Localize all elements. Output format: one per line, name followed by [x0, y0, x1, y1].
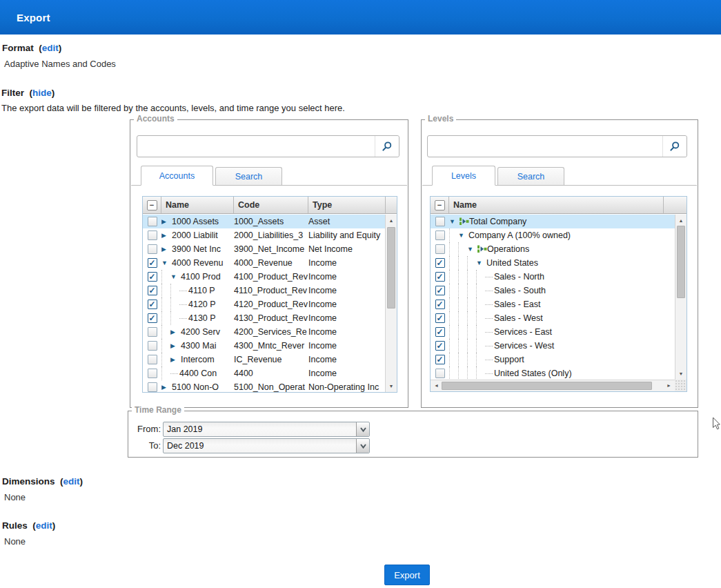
tree-row[interactable]: ▶5100 Non-O5100_Non_OperatNon-Operating …	[143, 380, 386, 393]
row-checkbox[interactable]: ✓	[435, 327, 445, 337]
row-checkbox[interactable]	[148, 355, 157, 364]
accounts-vertical-scrollbar[interactable]: ▲ ▼	[385, 215, 397, 392]
expand-icon[interactable]: ▶	[161, 384, 172, 391]
row-checkbox[interactable]	[148, 217, 157, 226]
expand-icon[interactable]: ▶	[170, 342, 181, 349]
row-checkbox[interactable]	[148, 244, 157, 254]
tree-row[interactable]: ▼Total Company	[431, 215, 675, 228]
expand-icon[interactable]: ▶	[170, 356, 181, 363]
tree-row[interactable]: ✓Services - West	[431, 339, 675, 353]
tree-row[interactable]: ▶4300 Mai4300_Mntc_ReverIncome	[143, 339, 386, 353]
scrollbar-thumb[interactable]	[442, 382, 652, 390]
row-checkbox[interactable]	[148, 231, 157, 240]
row-checkbox[interactable]: ✓	[435, 313, 445, 323]
row-checkbox[interactable]	[148, 369, 157, 378]
tree-row[interactable]: ✓4120 P4120_Product_RevIncome	[143, 297, 386, 311]
levels-horizontal-scrollbar[interactable]: ◄ ►	[431, 380, 675, 391]
to-select[interactable]: Dec 2019	[163, 438, 370, 453]
row-checkbox[interactable]	[148, 341, 157, 351]
row-checkbox[interactable]: ✓	[148, 286, 157, 295]
collapse-icon[interactable]: ▼	[161, 259, 172, 266]
row-checkbox[interactable]: ✓	[435, 286, 445, 295]
row-checkbox[interactable]	[148, 327, 157, 337]
levels-search-button[interactable]	[662, 136, 687, 157]
tree-row[interactable]: ✓Services - East	[431, 325, 675, 339]
levels-vertical-scrollbar[interactable]: ▲ ▼	[675, 215, 687, 380]
expand-icon[interactable]: ▶	[161, 218, 172, 225]
tree-row[interactable]: ✓Support	[431, 353, 675, 366]
row-label: 5100 Non-O	[172, 382, 219, 392]
accounts-search-button[interactable]	[375, 136, 399, 157]
scroll-right-icon[interactable]: ►	[664, 380, 674, 391]
collapse-icon[interactable]: ▼	[170, 273, 181, 280]
tree-row[interactable]: ▼Company A (100% owned)	[431, 228, 675, 242]
tab-levels-search[interactable]: Search	[497, 167, 564, 185]
scrollbar-thumb[interactable]	[387, 227, 395, 308]
tree-row[interactable]: ✓Sales - East	[431, 297, 675, 311]
collapse-icon[interactable]: ▼	[467, 246, 477, 253]
tree-row[interactable]: 4400 Con4400Income	[143, 366, 386, 380]
tree-row[interactable]: United States (Only)	[431, 366, 675, 380]
row-checkbox[interactable]: ✓	[148, 313, 157, 323]
dimensions-edit-link[interactable]: edit	[63, 476, 80, 487]
row-checkbox[interactable]: ✓	[435, 355, 445, 364]
tree-row[interactable]: ▼Operations	[431, 242, 675, 256]
column-header-code[interactable]: Code	[234, 197, 308, 213]
row-checkbox[interactable]: ✓	[435, 341, 445, 351]
row-checkbox[interactable]: ✓	[148, 272, 157, 282]
to-dropdown-button[interactable]	[356, 439, 369, 453]
scroll-down-icon[interactable]: ▼	[386, 381, 397, 391]
row-checkbox[interactable]: ✓	[435, 258, 445, 268]
rules-edit-link[interactable]: edit	[36, 520, 52, 531]
tree-row[interactable]: ✓Sales - South	[431, 284, 675, 297]
expand-icon[interactable]: ▶	[170, 329, 181, 335]
collapse-icon[interactable]: ▼	[449, 218, 460, 225]
expand-icon[interactable]: ▶	[161, 232, 172, 239]
scroll-up-icon[interactable]: ▲	[386, 215, 397, 226]
column-header-name[interactable]: Name	[161, 197, 234, 213]
from-dropdown-button[interactable]	[356, 422, 369, 436]
tree-row[interactable]: ▶4200 Serv4200_Services_ReIncome	[143, 325, 386, 339]
row-checkbox[interactable]	[435, 217, 445, 226]
tab-accounts[interactable]: Accounts	[141, 166, 213, 186]
tab-accounts-search[interactable]: Search	[215, 167, 282, 185]
tree-row[interactable]: ▶3900 Net Inc3900_Net_IncomeNet Income	[143, 242, 386, 256]
row-checkbox[interactable]	[435, 244, 445, 254]
column-header-name[interactable]: Name	[449, 197, 664, 213]
collapse-icon[interactable]: ▼	[476, 259, 486, 266]
scrollbar-thumb[interactable]	[677, 226, 685, 298]
tree-row[interactable]: ✓4130 P4130_Product_RevIncome	[143, 311, 386, 325]
tree-row[interactable]: ✓▼4100 Prod4100_Product_RevIncome	[143, 270, 386, 284]
format-edit-link[interactable]: edit	[42, 43, 59, 53]
export-button[interactable]: Export	[384, 565, 430, 585]
expand-icon[interactable]: ▶	[161, 246, 172, 253]
tab-levels[interactable]: Levels	[432, 166, 495, 186]
collapse-all-checkbox[interactable]: −	[435, 200, 445, 210]
tree-row[interactable]: ▶2000 Liabilit2000_Liabilities_3Liabilit…	[143, 228, 386, 242]
tree-row[interactable]: ✓Sales - North	[431, 270, 675, 284]
row-checkbox[interactable]: ✓	[148, 258, 157, 268]
filter-hide-link[interactable]: hide	[32, 88, 52, 98]
scroll-up-icon[interactable]: ▲	[675, 215, 687, 226]
row-checkbox[interactable]: ✓	[435, 300, 445, 309]
row-checkbox[interactable]	[148, 382, 157, 392]
tree-row[interactable]: ✓▼United States	[431, 256, 675, 270]
row-checkbox[interactable]	[435, 231, 445, 240]
row-name-cell: 4400 Con	[161, 366, 234, 380]
row-checkbox[interactable]	[435, 369, 445, 378]
collapse-icon[interactable]: ▼	[458, 232, 468, 239]
tree-row[interactable]: ▶1000 Assets1000_AssetsAsset	[143, 215, 386, 228]
row-checkbox[interactable]: ✓	[148, 300, 157, 309]
collapse-all-checkbox[interactable]: −	[147, 200, 157, 210]
scroll-left-icon[interactable]: ◄	[431, 380, 442, 391]
accounts-search-input[interactable]	[137, 136, 374, 157]
tree-row[interactable]: ✓Sales - West	[431, 311, 675, 325]
row-checkbox[interactable]: ✓	[435, 272, 445, 282]
levels-search-input[interactable]	[428, 136, 662, 157]
tree-row[interactable]: ▶IntercomIC_RevenueIncome	[143, 353, 386, 366]
scroll-down-icon[interactable]: ▼	[675, 369, 687, 379]
column-header-type[interactable]: Type	[308, 197, 386, 213]
tree-row[interactable]: ✓4110 P4110_Product_RevIncome	[143, 284, 386, 297]
tree-row[interactable]: ✓▼4000 Revenu4000_RevenueIncome	[143, 256, 386, 270]
from-select[interactable]: Jan 2019	[163, 422, 370, 437]
